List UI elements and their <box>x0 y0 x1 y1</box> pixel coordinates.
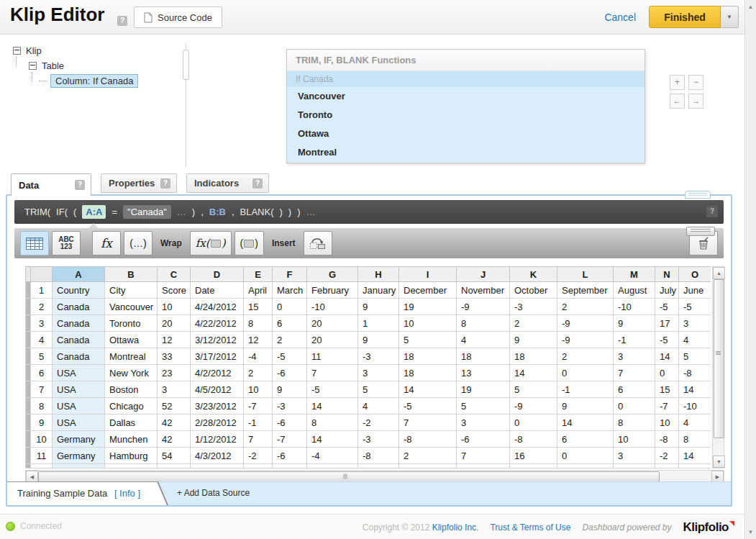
cell-D2[interactable]: 4/24/2012 <box>191 299 244 315</box>
cell-O7[interactable]: 14 <box>679 381 711 398</box>
cell-O4[interactable]: 4 <box>679 332 711 348</box>
cell-E8[interactable]: -7 <box>244 398 273 415</box>
formula-token[interactable]: … <box>306 207 316 217</box>
cell-M1[interactable]: August <box>614 282 655 299</box>
finished-dropdown-button[interactable]: ▼ <box>721 6 739 28</box>
cell-O11[interactable]: 14 <box>679 448 711 464</box>
tab-help-icon[interactable]: ? <box>75 180 85 190</box>
cell-N8[interactable]: -7 <box>655 398 679 415</box>
move-right-button[interactable]: → <box>688 94 703 109</box>
format-abc123-button[interactable]: ABC123 <box>52 231 81 255</box>
cell-K2[interactable]: -3 <box>510 299 557 315</box>
cell-G3[interactable]: 20 <box>307 315 358 332</box>
cell-E4[interactable]: 12 <box>244 332 273 348</box>
preview-column-header[interactable]: If Canada <box>287 71 645 87</box>
cell-I3[interactable]: 10 <box>399 315 457 332</box>
cell-F1[interactable]: March <box>273 282 307 299</box>
insert-function-button[interactable]: fx <box>92 231 121 255</box>
row-header-3[interactable]: 3 <box>31 315 53 332</box>
cell-N4[interactable]: -5 <box>655 332 679 348</box>
cell-A7[interactable]: USA <box>53 381 105 398</box>
cell-D4[interactable]: 3/12/2012 <box>191 332 244 348</box>
page-scrollbar[interactable]: ▲ ▼ <box>744 0 756 539</box>
formula-help-icon[interactable]: ? <box>706 206 718 217</box>
wrap-in-parentheses-button[interactable]: ( ) <box>234 231 264 255</box>
cell-M2[interactable]: -10 <box>614 299 655 315</box>
cell-I8[interactable]: -5 <box>399 398 457 415</box>
column-header-C[interactable]: C <box>158 267 191 282</box>
tree-item-column-selected[interactable]: Column: If Canada <box>50 74 138 88</box>
cell-A6[interactable]: USA <box>53 365 105 381</box>
cell-B9[interactable]: Dallas <box>105 415 158 431</box>
cell-E2[interactable]: 15 <box>244 299 273 315</box>
cell-N10[interactable]: -8 <box>655 431 679 448</box>
company-link[interactable]: Klipfolio Inc. <box>432 522 479 533</box>
cell-G6[interactable]: 7 <box>307 365 358 381</box>
cell-E10[interactable]: 7 <box>244 431 273 448</box>
cell-H8[interactable]: 4 <box>358 398 399 415</box>
title-help-icon[interactable]: ? <box>117 16 127 26</box>
collapse-icon[interactable] <box>13 47 21 55</box>
formula-token[interactable]: ) <box>297 207 300 217</box>
cell-I5[interactable]: 18 <box>399 348 457 365</box>
cell-O8[interactable]: -10 <box>679 398 711 415</box>
cell-K1[interactable]: October <box>510 282 557 299</box>
formula-token[interactable]: ) <box>288 207 291 217</box>
cell-M5[interactable]: 3 <box>614 348 655 365</box>
cell-E1[interactable]: April <box>244 282 273 299</box>
cell-L9[interactable]: 14 <box>557 415 614 431</box>
cell-B5[interactable]: Montreal <box>105 348 158 365</box>
cell-G1[interactable]: February <box>307 282 358 299</box>
cell-F10[interactable]: -7 <box>273 431 307 448</box>
cell-H5[interactable]: -3 <box>358 348 399 365</box>
formula-token[interactable]: , <box>201 207 204 217</box>
column-header-E[interactable]: E <box>244 267 273 282</box>
cell-J4[interactable]: 4 <box>457 332 510 348</box>
cell-B8[interactable]: Chicago <box>105 398 158 415</box>
cell-F11[interactable]: -6 <box>273 448 307 464</box>
cell-D8[interactable]: 3/23/2012 <box>191 398 244 415</box>
cell-H4[interactable]: 9 <box>358 332 399 348</box>
cell-I6[interactable]: 18 <box>399 365 457 381</box>
formula-token[interactable]: A:A <box>82 205 106 219</box>
column-header-L[interactable]: L <box>557 267 614 282</box>
tab-help-icon[interactable]: ? <box>160 178 170 189</box>
scroll-down-button[interactable]: ▼ <box>713 456 725 468</box>
cell-C3[interactable]: 20 <box>158 315 191 332</box>
formula-token[interactable]: B:B <box>209 207 226 217</box>
cell-J11[interactable]: 7 <box>457 448 510 464</box>
add-component-button[interactable]: + <box>670 75 685 90</box>
cell-F4[interactable]: 2 <box>273 332 307 348</box>
cell-L6[interactable]: 0 <box>557 365 614 381</box>
cell-N5[interactable]: 14 <box>655 348 679 365</box>
row-header-5[interactable]: 5 <box>31 348 53 365</box>
cell-N2[interactable]: -5 <box>655 299 679 315</box>
tree-item-table[interactable]: Table <box>7 58 138 73</box>
cell-K4[interactable]: 9 <box>510 332 557 348</box>
formula-resize-handle[interactable] <box>686 227 715 236</box>
column-header-O[interactable]: O <box>679 267 711 282</box>
formula-token[interactable]: TRIM( <box>24 207 50 217</box>
cell-K3[interactable]: 2 <box>510 315 557 332</box>
cell-O2[interactable]: -5 <box>679 299 711 315</box>
terms-link[interactable]: Trust & Terms of Use <box>490 522 570 533</box>
cell-J3[interactable]: 8 <box>457 315 510 332</box>
cell-I2[interactable]: 19 <box>399 299 457 315</box>
cell-F9[interactable]: -6 <box>273 415 307 431</box>
cell-K5[interactable]: 18 <box>510 348 557 365</box>
wrap-in-function-button[interactable]: fx( ) <box>190 231 232 255</box>
cell-D9[interactable]: 2/28/2012 <box>191 415 244 431</box>
cell-I7[interactable]: 14 <box>399 381 457 398</box>
insert-parentheses-button[interactable]: (…) <box>124 231 152 255</box>
cell-H1[interactable]: January <box>358 282 399 299</box>
cell-F6[interactable]: -6 <box>273 365 307 381</box>
formula-token[interactable]: "Canada" <box>123 205 171 219</box>
row-header-2[interactable]: 2 <box>31 299 53 315</box>
cell-A8[interactable]: USA <box>53 398 105 415</box>
cell-B4[interactable]: Ottawa <box>105 332 158 348</box>
cell-I9[interactable]: 7 <box>399 415 457 431</box>
cell-J5[interactable]: 18 <box>457 348 510 365</box>
move-left-button[interactable]: ← <box>670 94 685 109</box>
cell-D6[interactable]: 4/2/2012 <box>191 365 244 381</box>
column-header-F[interactable]: F <box>273 267 307 282</box>
